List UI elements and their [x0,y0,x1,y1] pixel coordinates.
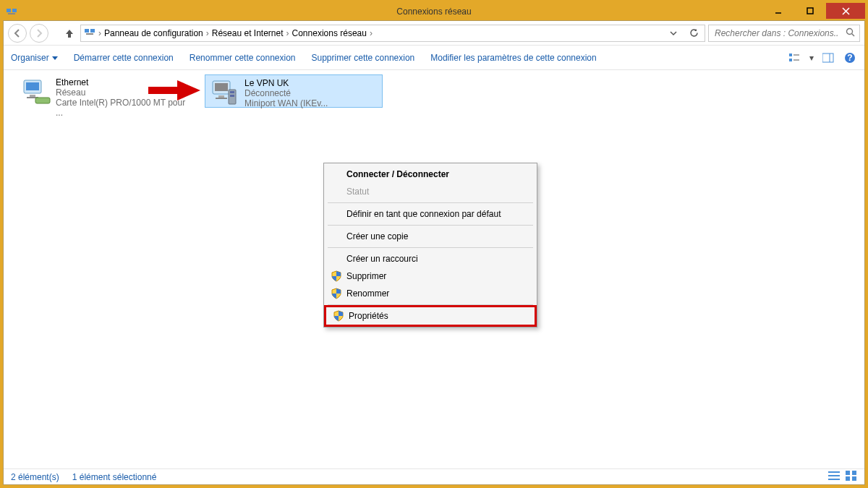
address-bar[interactable]: › Panneau de configuration › Réseau et I… [80,25,705,42]
network-adapter-icon [21,77,51,105]
svg-rect-28 [218,95,224,98]
view-options-icon[interactable] [788,51,802,65]
connection-name: Le VPN UK [244,78,328,88]
svg-rect-24 [35,98,50,103]
svg-rect-2 [8,13,15,14]
window-title: Connexions réseau [396,7,471,17]
rename-connection-button[interactable]: Renommer cette connexion [190,53,296,63]
title-bar[interactable]: Connexions réseau [3,3,865,20]
chevron-right-icon[interactable]: › [206,28,209,38]
selection-count: 1 élément sélectionné [72,472,157,482]
annotation-highlight: Propriétés [324,305,537,327]
svg-rect-29 [216,98,227,99]
uac-shield-icon [333,310,344,324]
breadcrumb-item[interactable]: Réseau et Internet [212,28,284,38]
svg-text:?: ? [847,53,852,63]
connection-item-vpn[interactable]: Le VPN UK Déconnecté Miniport WAN (IKEv.… [205,74,383,108]
close-button[interactable] [826,3,865,19]
location-icon [84,26,95,40]
minimize-button[interactable] [762,3,794,19]
chevron-down-icon[interactable]: ▾ [809,53,814,63]
preview-pane-icon[interactable] [821,51,835,65]
context-set-default[interactable]: Définir en tant que connexion par défaut [326,205,535,223]
chevron-right-icon[interactable]: › [286,28,289,38]
uac-shield-icon [331,288,342,301]
context-create-copy[interactable]: Créer une copie [326,228,535,245]
organize-menu[interactable]: Organiser [11,53,58,63]
vpn-adapter-icon [210,78,240,106]
breadcrumb-item[interactable]: Connexions réseau [292,28,367,38]
window-icon [6,6,17,17]
svg-rect-8 [90,29,95,33]
svg-point-10 [847,28,853,34]
context-rename[interactable]: Renommer [326,285,535,302]
svg-rect-25 [148,87,177,94]
separator [328,202,533,203]
svg-rect-37 [852,471,856,475]
separator [328,247,533,248]
forward-button[interactable] [30,24,48,43]
svg-rect-1 [12,9,17,12]
large-icons-view-icon[interactable] [846,471,857,483]
svg-rect-39 [852,476,856,481]
up-button[interactable] [61,25,77,41]
svg-rect-22 [30,95,35,97]
svg-rect-27 [215,83,228,91]
svg-rect-32 [230,95,234,97]
delete-connection-button[interactable]: Supprimer cette connexion [312,53,415,63]
search-box[interactable] [708,25,860,42]
svg-rect-13 [789,59,792,61]
navigation-bar: › Panneau de configuration › Réseau et I… [4,21,864,46]
connection-status: Déconnecté [244,88,328,98]
window-controls [762,3,865,20]
maximize-button[interactable] [794,3,826,19]
svg-rect-0 [7,9,11,12]
dropdown-button[interactable] [665,25,681,41]
window-body: › Panneau de configuration › Réseau et I… [3,20,865,485]
context-connect[interactable]: Connecter / Déconnecter [326,166,535,183]
separator [328,225,533,226]
help-icon[interactable]: ? [843,51,857,65]
context-delete[interactable]: Supprimer [326,267,535,285]
context-create-shortcut[interactable]: Créer un raccourci [326,250,535,267]
context-properties[interactable]: Propriétés [326,307,535,325]
svg-rect-21 [26,82,39,90]
details-view-icon[interactable] [828,471,840,483]
content-area[interactable]: Ethernet Réseau Carte Intel(R) PRO/1000 … [4,70,864,468]
connection-device: Miniport WAN (IKEv... [244,98,328,108]
svg-rect-12 [789,53,792,56]
breadcrumb-item[interactable]: Panneau de configuration [104,28,203,38]
search-icon[interactable] [846,27,855,39]
svg-rect-16 [822,53,833,62]
search-input[interactable] [713,27,840,39]
start-connection-button[interactable]: Démarrer cette connexion [74,53,174,63]
svg-rect-7 [85,29,89,33]
context-status: Statut [326,183,535,200]
annotation-arrow-icon [148,80,200,103]
chevron-right-icon[interactable]: › [98,28,101,38]
modify-settings-button[interactable]: Modifier les paramètres de cette connexi… [430,53,596,63]
svg-rect-36 [846,471,850,475]
status-bar: 2 élément(s) 1 élément sélectionné [4,468,864,484]
svg-rect-38 [846,476,850,481]
svg-line-11 [852,33,855,36]
chevron-right-icon[interactable]: › [370,28,373,38]
item-count: 2 élément(s) [11,472,59,482]
refresh-button[interactable] [686,25,702,41]
context-menu: Connecter / Déconnecter Statut Définir e… [323,163,537,328]
uac-shield-icon [331,270,342,284]
svg-rect-9 [86,33,93,35]
back-button[interactable] [8,24,27,43]
window-frame: Connexions réseau › Panneau de configura… [0,0,868,488]
svg-rect-4 [807,8,813,14]
command-bar: Organiser Démarrer cette connexion Renom… [4,46,864,70]
svg-rect-31 [230,91,234,93]
